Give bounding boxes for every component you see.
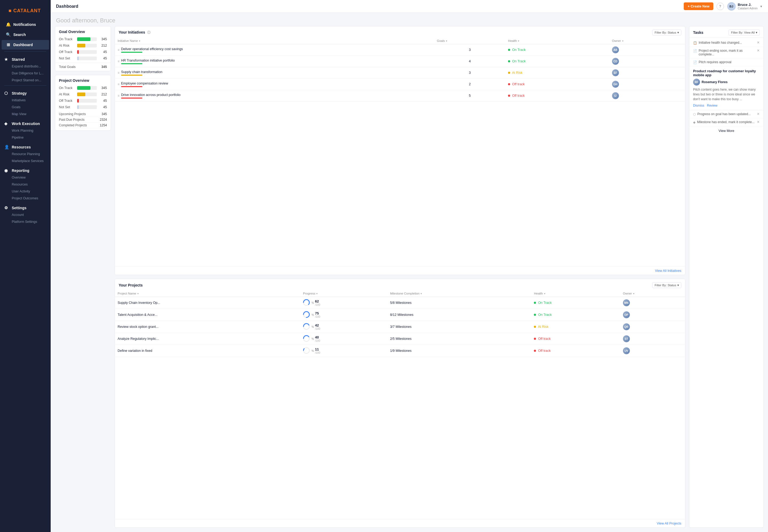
- owner-avatar: AB: [612, 46, 619, 53]
- sidebar-item-notifications[interactable]: 🔔 Notifications: [2, 20, 49, 29]
- logo-text: CATALANT: [13, 8, 41, 13]
- projects-filter-button[interactable]: Filter By: Status ▾: [652, 282, 681, 288]
- owner-avatar: EF: [612, 69, 619, 76]
- task-text: Project ending soon, mark it as complete…: [699, 49, 755, 56]
- username: Bruce J.: [738, 3, 758, 7]
- strategy-icon: ⬡: [4, 91, 9, 96]
- sidebar-item-account[interactable]: Account: [0, 211, 51, 218]
- project-health-row: Not Set 45: [55, 104, 111, 110]
- owner-avatar: ST: [623, 335, 630, 342]
- table-row[interactable]: Define variation in fixed % 11 /100 1/9 …: [115, 345, 685, 357]
- starred-item-3[interactable]: Project Starred on...: [0, 77, 51, 84]
- sidebar-item-goals[interactable]: Goals: [0, 104, 51, 111]
- project-stat-row: Upcoming Projects345: [59, 111, 107, 117]
- task-item: 📄 Project ending soon, mark it as comple…: [689, 47, 763, 58]
- initiative-icon: ≡: [118, 82, 119, 86]
- table-row[interactable]: Talent Acquisition & Acce... % 75 /100 8…: [115, 309, 685, 321]
- page-title: Dashboard: [56, 4, 681, 9]
- table-row[interactable]: ≡ Deliver operational efficiency cost sa…: [115, 44, 685, 56]
- project-stat-row: Completed Projects1254: [59, 123, 107, 128]
- user-menu[interactable]: BJ Bruce J. Catalant Admin ▼: [727, 2, 763, 11]
- starred-item-1[interactable]: Expand distributio...: [0, 63, 51, 70]
- table-row[interactable]: ≡ Employee compensation review 2 Off tra…: [115, 79, 685, 90]
- table-row[interactable]: ≡ HR Transformation initiative portfolio…: [115, 56, 685, 67]
- task-text: Pitch requires approval: [699, 60, 760, 64]
- task-body-text: Pitch content goes here, we can show man…: [693, 87, 760, 102]
- tasks-panel: Tasks Filter By: View All ▾ 📋 Initiative…: [689, 26, 764, 528]
- table-row[interactable]: Supply Chain Inventory Op... % 62 /100 5…: [115, 297, 685, 309]
- sidebar-item-project-outcomes[interactable]: Project Outcomes: [0, 195, 51, 202]
- view-all-projects-link[interactable]: View All Projects: [115, 519, 685, 527]
- progress-circle: [303, 311, 310, 319]
- help-button[interactable]: ?: [717, 3, 724, 10]
- initiative-icon: ≡: [118, 94, 119, 98]
- create-new-button[interactable]: + Create New: [684, 2, 713, 10]
- work-icon: ◈: [4, 121, 9, 126]
- user-menu-chevron[interactable]: ▼: [760, 5, 763, 8]
- projects-card: Your Projects Filter By: Status ▾ Projec…: [115, 279, 685, 528]
- task-close-button[interactable]: ✕: [757, 112, 760, 116]
- initiatives-title: Your Initiatives ⓘ: [119, 30, 150, 35]
- task-icon: 📋: [693, 41, 697, 45]
- owner-avatar: MN: [623, 299, 630, 306]
- sidebar-item-user-activity[interactable]: User Activity: [0, 188, 51, 195]
- task-review-button[interactable]: Review: [707, 104, 717, 107]
- task-icon: ◆: [693, 120, 695, 124]
- sidebar-item-work-planning[interactable]: Work Planning: [0, 127, 51, 134]
- project-health-row: Off Track 45: [55, 98, 111, 104]
- initiatives-table: Initiative Name ▾ Goals ▾ Health ▾ Owner…: [115, 38, 685, 102]
- initiatives-filter-button[interactable]: Filter By: Status ▾: [652, 30, 681, 35]
- table-row[interactable]: Review stock option grant... % 42 /100 3…: [115, 321, 685, 333]
- resources-section: 👤 Resources: [0, 142, 51, 151]
- sidebar-item-initiatives[interactable]: Initiatives: [0, 97, 51, 104]
- task-text: Milestone has ended, mark it complete...: [697, 120, 755, 124]
- progress-circle: [303, 347, 310, 354]
- view-more-button[interactable]: View More: [689, 126, 763, 135]
- topbar: Dashboard + Create New ? BJ Bruce J. Cat…: [51, 0, 768, 13]
- task-close-button[interactable]: ✕: [757, 41, 760, 45]
- task-featured-title: Product roadmap for customer loyalty mob…: [693, 69, 760, 77]
- tasks-filter-button[interactable]: Filter By: View All ▾: [729, 30, 760, 35]
- progress-circle: [303, 335, 310, 342]
- projects-filter-chevron: ▾: [677, 283, 679, 287]
- goal-row: Off Track 45: [55, 49, 111, 55]
- initiative-icon: ≡: [118, 59, 119, 63]
- initiatives-card: Your Initiatives ⓘ Filter By: Status ▾: [115, 26, 685, 275]
- sidebar-item-marketplace[interactable]: Marketplace Services: [0, 158, 51, 164]
- owner-avatar: IJ: [612, 92, 619, 99]
- sidebar-item-pipeline[interactable]: Pipeline: [0, 134, 51, 141]
- task-close-button[interactable]: ✕: [757, 49, 760, 53]
- app-logo: ■ CATALANT: [4, 4, 45, 17]
- initiatives-info-icon: ⓘ: [147, 31, 150, 34]
- sidebar-item-overview[interactable]: Overview: [0, 174, 51, 181]
- sidebar-item-dashboard[interactable]: ⊞ Dashboard: [2, 40, 49, 50]
- owner-avatar: CD: [612, 58, 619, 65]
- project-health-row: On Track 345: [55, 85, 111, 91]
- task-icon: 📄: [693, 49, 697, 53]
- sidebar-item-resources-report[interactable]: Resources: [0, 181, 51, 188]
- sidebar-item-search[interactable]: 🔍 Search: [2, 30, 49, 39]
- sidebar-item-platform-settings[interactable]: Platform Settings: [0, 218, 51, 225]
- table-row[interactable]: ≡ Supply chain transformation 3 At Risk …: [115, 67, 685, 79]
- task-icon: ⬡: [693, 112, 696, 116]
- view-all-initiatives-link[interactable]: View All Initiatives: [115, 266, 685, 275]
- sidebar-item-mapview[interactable]: Map View: [0, 111, 51, 118]
- task-close-button[interactable]: ✕: [757, 120, 760, 124]
- task-username: Rosemary Flores: [702, 80, 727, 84]
- greeting: Good afternoon, Bruce: [51, 13, 768, 26]
- project-overview-card: Project Overview On Track 345 At Risk 21…: [55, 75, 111, 131]
- task-featured: Product roadmap for customer loyalty mob…: [689, 66, 763, 110]
- tasks-header: Tasks Filter By: View All ▾: [689, 26, 763, 38]
- goal-row: At Risk 212: [55, 42, 111, 49]
- task-item: ⬡ Progress on goal has been updated... ✕: [689, 110, 763, 118]
- table-row[interactable]: ≡ Drive innovation across product portfo…: [115, 90, 685, 102]
- initiative-icon: ≡: [118, 71, 119, 75]
- task-dismiss-button[interactable]: Dismiss: [693, 104, 704, 107]
- table-row[interactable]: Analyze Regulatory Implic... % 40 /100 2…: [115, 333, 685, 345]
- starred-item-2[interactable]: Due Dilligence for L...: [0, 70, 51, 77]
- task-item: 📄 Pitch requires approval: [689, 58, 763, 66]
- sort-icon[interactable]: ▾: [139, 39, 140, 42]
- projects-table: Project Name ▾ Progress ▾ Milestone Comp…: [115, 290, 685, 357]
- sidebar-item-resource-planning[interactable]: Resource Planning: [0, 151, 51, 158]
- strategy-section: ⬡ Strategy: [0, 88, 51, 97]
